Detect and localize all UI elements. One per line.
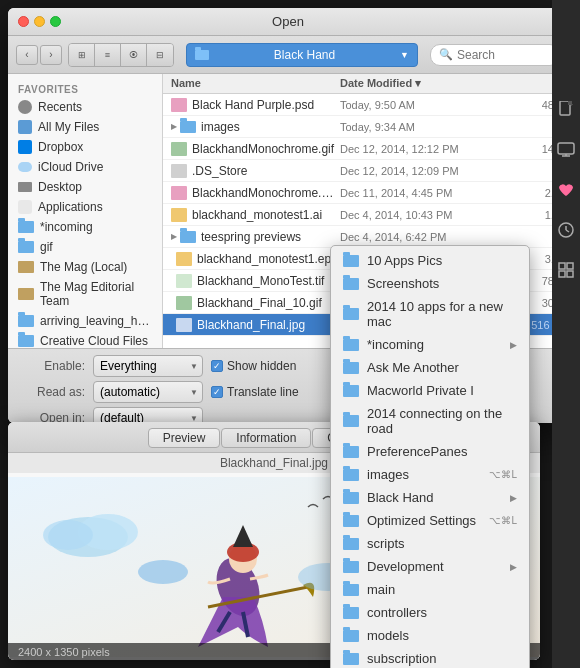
table-row[interactable]: .DS_Store Dec 12, 2014, 12:09 PM 8 [163, 160, 568, 182]
sidebar-item-all-my-files[interactable]: All My Files [8, 117, 162, 137]
location-folder[interactable]: Black Hand ▼ [186, 43, 418, 67]
context-menu-item[interactable]: Macworld Private I [331, 379, 529, 402]
grid-panel-icon[interactable] [556, 260, 576, 280]
show-hidden-checkbox[interactable]: ✓ [211, 360, 223, 372]
heart-panel-icon[interactable] [556, 180, 576, 200]
file-date: Dec 12, 2014, 12:09 PM [340, 165, 500, 177]
read-as-select[interactable]: (automatic) [93, 381, 203, 403]
context-menu-item[interactable]: subscription [331, 647, 529, 668]
sidebar-item-arriving[interactable]: arriving_leaving_ho... [8, 311, 162, 331]
context-menu-item[interactable]: main [331, 578, 529, 601]
menu-item-label: 2014 connecting on the road [367, 406, 517, 436]
maximize-button[interactable] [50, 16, 61, 27]
dropbox-icon [18, 140, 32, 154]
clock-panel-icon[interactable] [556, 220, 576, 240]
menu-item-label: Black Hand [367, 490, 502, 505]
monitor-panel-icon[interactable] [556, 140, 576, 160]
forward-button[interactable]: › [40, 45, 62, 65]
tab-preview[interactable]: Preview [148, 428, 221, 448]
show-hidden-label[interactable]: ✓ Show hidden [211, 359, 296, 373]
context-menu-item[interactable]: 10 Apps Pics [331, 249, 529, 272]
svg-point-13 [138, 560, 188, 584]
folder-icon [343, 584, 359, 596]
file-name: images [201, 120, 340, 134]
table-row[interactable]: BlackhandMonochrome.psd Dec 11, 2014, 4:… [163, 182, 568, 204]
context-menu-item[interactable]: Ask Me Another [331, 356, 529, 379]
context-menu-item[interactable]: images ⌥⌘L [331, 463, 529, 486]
title-bar: Open [8, 8, 568, 36]
file-date: Dec 4, 2014, 6:42 PM [340, 231, 500, 243]
column-view-button[interactable]: ⦿ [121, 44, 147, 66]
search-icon: 🔍 [439, 48, 453, 61]
context-menu-item[interactable]: controllers [331, 601, 529, 624]
sidebar-item-applications[interactable]: Applications [8, 197, 162, 217]
context-menu-item[interactable]: Optimized Settings ⌥⌘L [331, 509, 529, 532]
context-menu-item[interactable]: PreferencePanes [331, 440, 529, 463]
open-in-select[interactable]: (default) [93, 407, 203, 423]
context-menu-item[interactable]: models [331, 624, 529, 647]
svg-rect-24 [558, 143, 574, 154]
tab-information[interactable]: Information [221, 428, 311, 448]
folder-icon [343, 469, 359, 481]
file-name: Black Hand Purple.psd [192, 98, 340, 112]
table-row[interactable]: blackhand_monotest1.ai Dec 4, 2014, 10:4… [163, 204, 568, 226]
sidebar-item-desktop[interactable]: Desktop [8, 177, 162, 197]
file-list-header: Name Date Modified ▾ S [163, 74, 568, 94]
sidebar-label: *incoming [40, 220, 93, 234]
folder-icon [343, 607, 359, 619]
right-panel [552, 0, 580, 668]
back-button[interactable]: ‹ [16, 45, 38, 65]
file-name: Blackhand_Final.jpg [197, 318, 340, 332]
svg-rect-30 [559, 263, 565, 269]
sidebar-item-mag-editorial[interactable]: The Mag Editorial Team [8, 277, 162, 311]
cover-view-button[interactable]: ⊟ [147, 44, 173, 66]
context-menu-item[interactable]: Development ▶ [331, 555, 529, 578]
table-row[interactable]: ▶ images Today, 9:34 AM [163, 116, 568, 138]
search-bar[interactable]: 🔍 [430, 44, 560, 66]
sidebar-item-incoming[interactable]: *incoming [8, 217, 162, 237]
column-date[interactable]: Date Modified ▾ [340, 77, 500, 90]
preview-dimensions: 2400 x 1350 pixels [18, 646, 110, 658]
context-menu-item[interactable]: 2014 10 apps for a new mac [331, 295, 529, 333]
folder-icon [343, 561, 359, 573]
folder-icon [343, 630, 359, 642]
translate-label[interactable]: ✓ Translate line [211, 385, 299, 399]
context-menu-item[interactable]: Screenshots [331, 272, 529, 295]
read-as-label: Read as: [20, 385, 85, 399]
menu-item-label: models [367, 628, 517, 643]
submenu-arrow-icon: ▶ [510, 340, 517, 350]
context-menu-item[interactable]: scripts [331, 532, 529, 555]
svg-rect-33 [567, 271, 573, 277]
sidebar-label: The Mag (Local) [40, 260, 127, 274]
search-input[interactable] [457, 48, 537, 62]
context-menu-item[interactable]: Black Hand ▶ [331, 486, 529, 509]
sidebar-item-gif[interactable]: gif [8, 237, 162, 257]
context-menu-item[interactable]: *incoming ▶ [331, 333, 529, 356]
sidebar-item-recents[interactable]: Recents [8, 97, 162, 117]
svg-line-29 [566, 230, 569, 232]
close-button[interactable] [18, 16, 29, 27]
sidebar-item-creative-cloud[interactable]: Creative Cloud Files [8, 331, 162, 348]
icon-view-button[interactable]: ⊞ [69, 44, 95, 66]
sidebar-item-icloud[interactable]: iCloud Drive [8, 157, 162, 177]
minimize-button[interactable] [34, 16, 45, 27]
file-size: 2.3 [500, 187, 560, 199]
mag-icon [18, 261, 34, 273]
table-row[interactable]: BlackhandMonochrome.gif Dec 12, 2014, 12… [163, 138, 568, 160]
sidebar-item-mag-local[interactable]: The Mag (Local) [8, 257, 162, 277]
table-row[interactable]: Black Hand Purple.psd Today, 9:50 AM 488 [163, 94, 568, 116]
translate-text: Translate line [227, 385, 299, 399]
enable-select[interactable]: Everything [93, 355, 203, 377]
folder-icon [180, 121, 196, 133]
sidebar-item-dropbox[interactable]: Dropbox [8, 137, 162, 157]
sidebar-label: All My Files [38, 120, 99, 134]
applications-icon [18, 200, 32, 214]
list-view-button[interactable]: ≡ [95, 44, 121, 66]
context-menu-item[interactable]: 2014 connecting on the road [331, 402, 529, 440]
translate-checkbox[interactable]: ✓ [211, 386, 223, 398]
file-panel-icon[interactable] [556, 100, 576, 120]
nav-buttons: ‹ › [16, 45, 62, 65]
folder-icon [18, 315, 34, 327]
menu-item-label: 10 Apps Pics [367, 253, 517, 268]
file-size: 8 [500, 165, 560, 177]
